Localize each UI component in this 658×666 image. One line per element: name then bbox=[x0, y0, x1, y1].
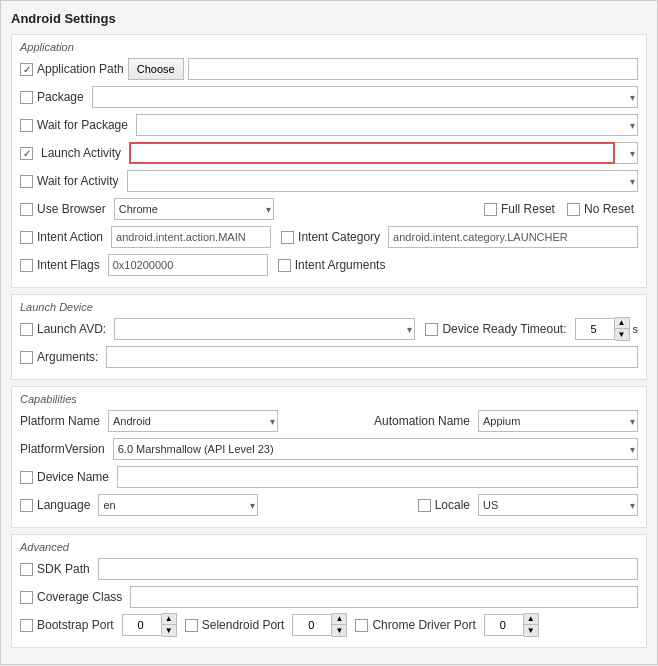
locale-checkbox[interactable] bbox=[418, 499, 431, 512]
platform-version-select[interactable]: 6.0 Marshmallow (API Level 23) bbox=[113, 438, 638, 460]
arguments-checkbox[interactable] bbox=[20, 351, 33, 364]
full-reset-label: Full Reset bbox=[501, 202, 555, 216]
launch-activity-checkbox[interactable] bbox=[20, 147, 33, 160]
intent-action-label: Intent Action bbox=[37, 230, 103, 244]
browser-select[interactable]: Chrome bbox=[114, 198, 274, 220]
chrome-spinner-down[interactable]: ▼ bbox=[524, 625, 538, 636]
chrome-driver-port-label: Chrome Driver Port bbox=[372, 618, 475, 632]
locale-select[interactable]: US bbox=[478, 494, 638, 516]
app-path-row: Application Path Choose bbox=[20, 57, 638, 81]
launch-activity-input[interactable] bbox=[129, 142, 615, 164]
bootstrap-spinner-up[interactable]: ▲ bbox=[162, 614, 176, 625]
bootstrap-port-input[interactable] bbox=[122, 614, 162, 636]
intent-action-row: Intent Action Intent Category bbox=[20, 225, 638, 249]
wait-activity-checkbox[interactable] bbox=[20, 175, 33, 188]
intent-action-checkbox[interactable] bbox=[20, 231, 33, 244]
package-select[interactable] bbox=[92, 86, 638, 108]
android-settings-panel: Android Settings Application Application… bbox=[0, 0, 658, 665]
coverage-class-checkbox[interactable] bbox=[20, 591, 33, 604]
launch-avd-select[interactable] bbox=[114, 318, 415, 340]
choose-button[interactable]: Choose bbox=[128, 58, 184, 80]
automation-name-label: Automation Name bbox=[374, 414, 470, 428]
package-label: Package bbox=[37, 90, 84, 104]
bootstrap-port-spinner[interactable]: ▲ ▼ bbox=[162, 613, 177, 637]
intent-flags-row: Intent Flags Intent Arguments bbox=[20, 253, 638, 277]
device-ready-timeout-input[interactable] bbox=[575, 318, 615, 340]
arguments-row: Arguments: bbox=[20, 345, 638, 369]
platform-name-select[interactable]: Android bbox=[108, 410, 278, 432]
intent-flags-checkbox[interactable] bbox=[20, 259, 33, 272]
selendroid-spinner-up[interactable]: ▲ bbox=[332, 614, 346, 625]
launch-activity-select[interactable] bbox=[615, 142, 638, 164]
intent-flags-input[interactable] bbox=[108, 254, 268, 276]
chrome-driver-port-spinner[interactable]: ▲ ▼ bbox=[524, 613, 539, 637]
wait-package-label: Wait for Package bbox=[37, 118, 128, 132]
spinner-down[interactable]: ▼ bbox=[615, 329, 629, 340]
coverage-class-row: Coverage Class bbox=[20, 585, 638, 609]
selendroid-port-checkbox[interactable] bbox=[185, 619, 198, 632]
coverage-class-label: Coverage Class bbox=[37, 590, 122, 604]
intent-category-checkbox[interactable] bbox=[281, 231, 294, 244]
chrome-spinner-up[interactable]: ▲ bbox=[524, 614, 538, 625]
sdk-path-input[interactable] bbox=[98, 558, 638, 580]
advanced-section: Advanced SDK Path Coverage Class Bootstr… bbox=[11, 534, 647, 648]
device-name-input[interactable] bbox=[117, 466, 638, 488]
device-ready-timeout-spinner[interactable]: ▲ ▼ bbox=[615, 317, 630, 341]
application-section-label: Application bbox=[20, 41, 638, 53]
intent-flags-label: Intent Flags bbox=[37, 258, 100, 272]
selendroid-spinner-down[interactable]: ▼ bbox=[332, 625, 346, 636]
package-row: Package bbox=[20, 85, 638, 109]
application-section: Application Application Path Choose Pack… bbox=[11, 34, 647, 288]
capabilities-section-label: Capabilities bbox=[20, 393, 638, 405]
wait-activity-row: Wait for Activity bbox=[20, 169, 638, 193]
launch-activity-label-group: Launch Activity bbox=[20, 146, 125, 160]
arguments-input[interactable] bbox=[106, 346, 638, 368]
launch-avd-checkbox[interactable] bbox=[20, 323, 33, 336]
chrome-driver-port-input[interactable] bbox=[484, 614, 524, 636]
launch-device-section: Launch Device Launch AVD: Device Ready T… bbox=[11, 294, 647, 380]
device-ready-timeout-checkbox[interactable] bbox=[425, 323, 438, 336]
sdk-path-checkbox[interactable] bbox=[20, 563, 33, 576]
app-path-label: Application Path bbox=[37, 62, 124, 76]
wait-activity-select[interactable] bbox=[127, 170, 638, 192]
platform-automation-row: Platform Name Android Automation Name Ap… bbox=[20, 409, 638, 433]
wait-package-row: Wait for Package bbox=[20, 113, 638, 137]
app-path-input[interactable] bbox=[188, 58, 638, 80]
selendroid-port-spinner[interactable]: ▲ ▼ bbox=[332, 613, 347, 637]
intent-arguments-checkbox[interactable] bbox=[278, 259, 291, 272]
use-browser-checkbox[interactable] bbox=[20, 203, 33, 216]
language-select[interactable]: en bbox=[98, 494, 258, 516]
bootstrap-spinner-down[interactable]: ▼ bbox=[162, 625, 176, 636]
wait-package-select[interactable] bbox=[136, 114, 638, 136]
device-name-label: Device Name bbox=[37, 470, 109, 484]
selendroid-port-input[interactable] bbox=[292, 614, 332, 636]
device-ready-timeout-label: Device Ready Timeout: bbox=[442, 322, 566, 336]
chrome-driver-port-checkbox[interactable] bbox=[355, 619, 368, 632]
sdk-path-row: SDK Path bbox=[20, 557, 638, 581]
use-browser-label: Use Browser bbox=[37, 202, 106, 216]
platform-name-label: Platform Name bbox=[20, 414, 100, 428]
automation-name-select[interactable]: Appium bbox=[478, 410, 638, 432]
arguments-label: Arguments: bbox=[37, 350, 98, 364]
wait-package-checkbox[interactable] bbox=[20, 119, 33, 132]
intent-category-label: Intent Category bbox=[298, 230, 380, 244]
launch-activity-row: Launch Activity bbox=[20, 141, 638, 165]
bootstrap-port-label: Bootstrap Port bbox=[37, 618, 114, 632]
app-path-checkbox[interactable] bbox=[20, 63, 33, 76]
language-label: Language bbox=[37, 498, 90, 512]
intent-arguments-label: Intent Arguments bbox=[295, 258, 386, 272]
intent-category-input[interactable] bbox=[388, 226, 638, 248]
intent-action-input[interactable] bbox=[111, 226, 271, 248]
timeout-unit: s bbox=[633, 323, 639, 335]
package-checkbox[interactable] bbox=[20, 91, 33, 104]
panel-title: Android Settings bbox=[11, 11, 647, 26]
locale-label: Locale bbox=[435, 498, 470, 512]
full-reset-checkbox[interactable] bbox=[484, 203, 497, 216]
no-reset-checkbox[interactable] bbox=[567, 203, 580, 216]
wait-activity-label: Wait for Activity bbox=[37, 174, 119, 188]
language-checkbox[interactable] bbox=[20, 499, 33, 512]
device-name-checkbox[interactable] bbox=[20, 471, 33, 484]
bootstrap-port-checkbox[interactable] bbox=[20, 619, 33, 632]
spinner-up[interactable]: ▲ bbox=[615, 318, 629, 329]
coverage-class-input[interactable] bbox=[130, 586, 638, 608]
